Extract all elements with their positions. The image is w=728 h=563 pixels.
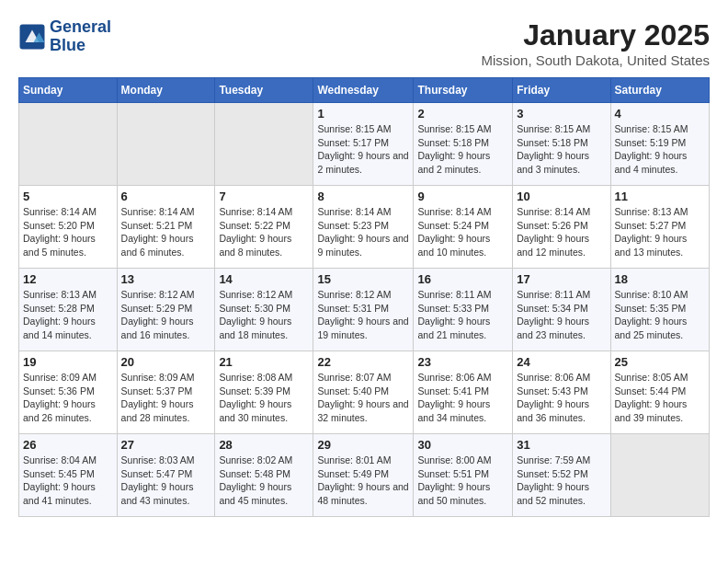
day-number: 18 xyxy=(615,272,705,286)
header-friday: Friday xyxy=(513,78,610,103)
calendar-cell xyxy=(19,103,118,186)
day-number: 26 xyxy=(23,438,113,452)
calendar-week-2: 5Sunrise: 8:14 AMSunset: 5:20 PMDaylight… xyxy=(19,186,710,269)
day-info: Sunrise: 8:12 AMSunset: 5:31 PMDaylight:… xyxy=(317,288,409,342)
logo-text: General Blue xyxy=(50,18,111,55)
day-number: 24 xyxy=(517,355,606,369)
day-number: 13 xyxy=(121,272,211,286)
day-number: 7 xyxy=(219,190,309,203)
day-info: Sunrise: 8:06 AMSunset: 5:41 PMDaylight:… xyxy=(417,371,508,425)
header-tuesday: Tuesday xyxy=(215,78,313,103)
calendar-cell: 2Sunrise: 8:15 AMSunset: 5:18 PMDaylight… xyxy=(414,103,513,186)
day-number: 15 xyxy=(317,272,409,286)
day-number: 19 xyxy=(23,355,113,369)
day-number: 16 xyxy=(417,272,508,286)
calendar-cell: 18Sunrise: 8:10 AMSunset: 5:35 PMDayligh… xyxy=(610,269,709,351)
day-number: 25 xyxy=(615,355,705,369)
calendar-cell: 24Sunrise: 8:06 AMSunset: 5:43 PMDayligh… xyxy=(513,351,610,434)
calendar-cell: 27Sunrise: 8:03 AMSunset: 5:47 PMDayligh… xyxy=(117,434,215,517)
header-thursday: Thursday xyxy=(414,78,513,103)
header-sunday: Sunday xyxy=(19,78,118,103)
calendar-table: SundayMondayTuesdayWednesdayThursdayFrid… xyxy=(18,77,710,517)
day-number: 2 xyxy=(417,107,508,121)
day-info: Sunrise: 8:15 AMSunset: 5:19 PMDaylight:… xyxy=(615,122,705,177)
calendar-cell: 17Sunrise: 8:11 AMSunset: 5:34 PMDayligh… xyxy=(513,269,610,351)
calendar-cell: 9Sunrise: 8:14 AMSunset: 5:24 PMDaylight… xyxy=(414,186,513,269)
calendar-cell: 29Sunrise: 8:01 AMSunset: 5:49 PMDayligh… xyxy=(313,434,414,517)
day-info: Sunrise: 8:01 AMSunset: 5:49 PMDaylight:… xyxy=(317,454,409,508)
day-number: 5 xyxy=(23,190,113,203)
calendar-week-3: 12Sunrise: 8:13 AMSunset: 5:28 PMDayligh… xyxy=(19,269,710,351)
calendar-cell: 21Sunrise: 8:08 AMSunset: 5:39 PMDayligh… xyxy=(215,351,313,434)
calendar-cell: 12Sunrise: 8:13 AMSunset: 5:28 PMDayligh… xyxy=(19,269,118,351)
day-info: Sunrise: 8:00 AMSunset: 5:51 PMDaylight:… xyxy=(417,454,508,508)
day-number: 1 xyxy=(317,107,409,121)
calendar-cell: 28Sunrise: 8:02 AMSunset: 5:48 PMDayligh… xyxy=(215,434,313,517)
day-number: 8 xyxy=(317,190,409,203)
logo: General Blue xyxy=(18,18,111,55)
day-number: 11 xyxy=(615,190,705,203)
day-info: Sunrise: 8:02 AMSunset: 5:48 PMDaylight:… xyxy=(219,454,309,508)
title-block: January 2025 Mission, South Dakota, Unit… xyxy=(482,18,710,68)
header-monday: Monday xyxy=(117,78,215,103)
page-subtitle: Mission, South Dakota, United States xyxy=(482,52,710,68)
day-number: 17 xyxy=(517,272,606,286)
calendar-week-1: 1Sunrise: 8:15 AMSunset: 5:17 PMDaylight… xyxy=(19,103,710,186)
day-info: Sunrise: 8:14 AMSunset: 5:20 PMDaylight:… xyxy=(23,205,113,259)
calendar-cell: 15Sunrise: 8:12 AMSunset: 5:31 PMDayligh… xyxy=(313,269,414,351)
day-number: 9 xyxy=(417,190,508,203)
day-number: 27 xyxy=(121,438,211,452)
calendar-cell: 8Sunrise: 8:14 AMSunset: 5:23 PMDaylight… xyxy=(313,186,414,269)
day-number: 12 xyxy=(23,272,113,286)
day-info: Sunrise: 8:04 AMSunset: 5:45 PMDaylight:… xyxy=(23,454,113,508)
day-info: Sunrise: 8:10 AMSunset: 5:35 PMDaylight:… xyxy=(615,288,705,342)
day-info: Sunrise: 8:09 AMSunset: 5:36 PMDaylight:… xyxy=(23,371,113,425)
page-title: January 2025 xyxy=(482,18,710,52)
day-info: Sunrise: 8:13 AMSunset: 5:27 PMDaylight:… xyxy=(615,205,705,259)
calendar-cell xyxy=(215,103,313,186)
calendar-cell: 14Sunrise: 8:12 AMSunset: 5:30 PMDayligh… xyxy=(215,269,313,351)
day-number: 14 xyxy=(219,272,309,286)
day-number: 23 xyxy=(417,355,508,369)
day-info: Sunrise: 8:06 AMSunset: 5:43 PMDaylight:… xyxy=(517,371,606,425)
calendar-header-row: SundayMondayTuesdayWednesdayThursdayFrid… xyxy=(19,78,710,103)
calendar-cell xyxy=(117,103,215,186)
day-info: Sunrise: 8:14 AMSunset: 5:24 PMDaylight:… xyxy=(417,205,508,259)
day-info: Sunrise: 8:12 AMSunset: 5:29 PMDaylight:… xyxy=(121,288,211,342)
day-info: Sunrise: 8:14 AMSunset: 5:26 PMDaylight:… xyxy=(517,205,606,259)
day-info: Sunrise: 8:11 AMSunset: 5:34 PMDaylight:… xyxy=(517,288,606,342)
day-number: 6 xyxy=(121,190,211,203)
day-info: Sunrise: 8:08 AMSunset: 5:39 PMDaylight:… xyxy=(219,371,309,425)
day-info: Sunrise: 8:07 AMSunset: 5:40 PMDaylight:… xyxy=(317,371,409,425)
calendar-cell: 16Sunrise: 8:11 AMSunset: 5:33 PMDayligh… xyxy=(414,269,513,351)
page-header: General Blue January 2025 Mission, South… xyxy=(18,18,710,68)
calendar-week-5: 26Sunrise: 8:04 AMSunset: 5:45 PMDayligh… xyxy=(19,434,710,517)
day-info: Sunrise: 8:14 AMSunset: 5:22 PMDaylight:… xyxy=(219,205,309,259)
calendar-cell: 20Sunrise: 8:09 AMSunset: 5:37 PMDayligh… xyxy=(117,351,215,434)
day-info: Sunrise: 8:05 AMSunset: 5:44 PMDaylight:… xyxy=(615,371,705,425)
day-info: Sunrise: 8:14 AMSunset: 5:23 PMDaylight:… xyxy=(317,205,409,259)
calendar-cell: 31Sunrise: 7:59 AMSunset: 5:52 PMDayligh… xyxy=(513,434,610,517)
header-wednesday: Wednesday xyxy=(313,78,414,103)
calendar-cell: 10Sunrise: 8:14 AMSunset: 5:26 PMDayligh… xyxy=(513,186,610,269)
day-info: Sunrise: 8:15 AMSunset: 5:17 PMDaylight:… xyxy=(317,122,409,177)
calendar-cell: 13Sunrise: 8:12 AMSunset: 5:29 PMDayligh… xyxy=(117,269,215,351)
day-number: 20 xyxy=(121,355,211,369)
day-number: 29 xyxy=(317,438,409,452)
day-info: Sunrise: 8:11 AMSunset: 5:33 PMDaylight:… xyxy=(417,288,508,342)
day-number: 4 xyxy=(615,107,705,121)
calendar-cell: 22Sunrise: 8:07 AMSunset: 5:40 PMDayligh… xyxy=(313,351,414,434)
calendar-week-4: 19Sunrise: 8:09 AMSunset: 5:36 PMDayligh… xyxy=(19,351,710,434)
day-number: 31 xyxy=(517,438,606,452)
calendar-cell: 23Sunrise: 8:06 AMSunset: 5:41 PMDayligh… xyxy=(414,351,513,434)
day-number: 21 xyxy=(219,355,309,369)
logo-icon xyxy=(18,23,46,51)
day-number: 28 xyxy=(219,438,309,452)
day-number: 10 xyxy=(517,190,606,203)
calendar-cell: 1Sunrise: 8:15 AMSunset: 5:17 PMDaylight… xyxy=(313,103,414,186)
calendar-cell: 11Sunrise: 8:13 AMSunset: 5:27 PMDayligh… xyxy=(610,186,709,269)
day-info: Sunrise: 8:15 AMSunset: 5:18 PMDaylight:… xyxy=(517,122,606,177)
calendar-cell: 7Sunrise: 8:14 AMSunset: 5:22 PMDaylight… xyxy=(215,186,313,269)
day-info: Sunrise: 7:59 AMSunset: 5:52 PMDaylight:… xyxy=(517,454,606,508)
calendar-cell: 25Sunrise: 8:05 AMSunset: 5:44 PMDayligh… xyxy=(610,351,709,434)
